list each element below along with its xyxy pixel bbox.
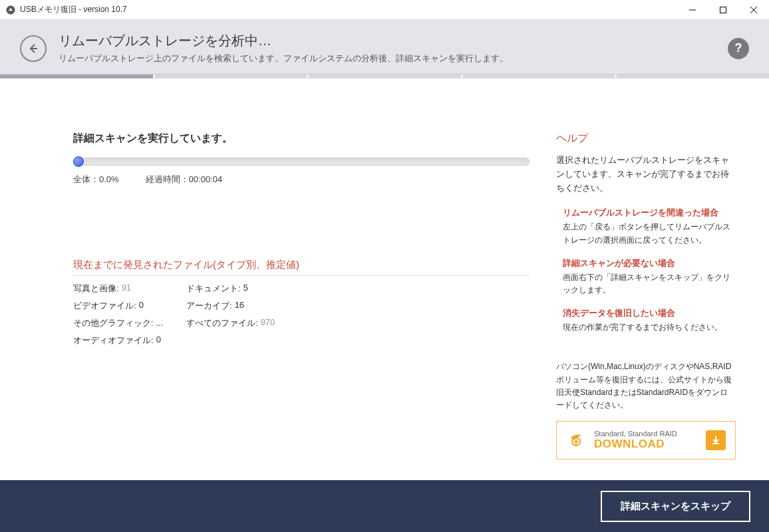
divider xyxy=(73,275,530,276)
svg-rect-2 xyxy=(720,7,726,13)
photos-row: 写真と画像: 91 xyxy=(73,283,180,295)
download-title: DOWNLOAD xyxy=(594,438,698,451)
step-2 xyxy=(154,74,307,78)
minimize-button[interactable] xyxy=(677,0,708,19)
skip-scan-button[interactable]: 詳細スキャンをスキップ xyxy=(601,491,750,522)
step-5 xyxy=(615,74,769,78)
page-header: リムーバブルストレージを分析中… リムーバブルストレージ上のファイルを検索してい… xyxy=(0,20,769,74)
progress-track xyxy=(73,158,530,166)
download-text: Standard, Standard RAID DOWNLOAD xyxy=(594,430,698,451)
help-intro: 選択されたリムーバブルストレージをスキャンしています。スキャンが完了するまでお待… xyxy=(556,154,736,195)
header-text: リムーバブルストレージを分析中… リムーバブルストレージ上のファイルを検索してい… xyxy=(59,32,716,65)
close-button[interactable] xyxy=(738,0,769,19)
docs-row: ドキュメント: 5 xyxy=(186,283,530,295)
files-grid: 写真と画像: 91 ドキュメント: 5 ビデオファイル: 0 アーカイブ: 16… xyxy=(73,283,530,346)
audio-row: オーディオファイル: 0 xyxy=(73,334,180,346)
window-controls xyxy=(677,0,769,19)
maximize-button[interactable] xyxy=(708,0,738,19)
promo-text: パソコン(Win,Mac,Linux)のディスクやNAS,RAIDボリューム等を… xyxy=(556,360,736,412)
window-title: USBメモリ復旧 - version 10.7 xyxy=(20,4,677,15)
help-section-3-body: 現在の作業が完了するまでお待ちください。 xyxy=(556,321,736,334)
page-subtitle: リムーバブルストレージ上のファイルを検索しています。ファイルシステムの分析後、詳… xyxy=(59,53,716,65)
download-subtitle: Standard, Standard RAID xyxy=(594,430,698,438)
main-panel: 詳細スキャンを実行しています。 全体：0.0% 経過時間：00:00:04 現在… xyxy=(73,132,530,460)
scan-progress xyxy=(73,158,530,166)
help-panel: ヘルプ 選択されたリムーバブルストレージをスキャンしています。スキャンが完了する… xyxy=(556,132,736,460)
help-section-2-body: 画面右下の「詳細スキャンをスキップ」をクリックします。 xyxy=(556,271,736,297)
footer-bar: 詳細スキャンをスキップ xyxy=(0,480,769,532)
help-section-3-title: 消失データを復旧したい場合 xyxy=(556,307,736,319)
step-1 xyxy=(0,74,154,78)
help-section-2-title: 詳細スキャンが必要ない場合 xyxy=(556,257,736,269)
help-section-1-title: リムーバブルストレージを間違った場合 xyxy=(556,207,736,219)
help-title: ヘルプ xyxy=(556,132,736,146)
content-area: 詳細スキャンを実行しています。 全体：0.0% 経過時間：00:00:04 現在… xyxy=(0,78,769,480)
progress-thumb xyxy=(73,156,84,167)
progress-stats: 全体：0.0% 経過時間：00:00:04 xyxy=(73,174,530,186)
step-progress-bar xyxy=(0,74,769,78)
wing-icon xyxy=(566,430,586,450)
video-row: ビデオファイル: 0 xyxy=(73,300,180,312)
page-title: リムーバブルストレージを分析中… xyxy=(59,32,716,50)
overall-progress: 全体：0.0% xyxy=(73,174,119,186)
found-files-title: 現在までに発見されたファイル(タイプ別、推定値) xyxy=(73,259,530,271)
download-button[interactable]: Standard, Standard RAID DOWNLOAD xyxy=(556,421,736,460)
step-4 xyxy=(462,74,615,78)
app-icon xyxy=(5,5,16,15)
arrow-left-icon xyxy=(27,43,39,55)
all-files-row: すべてのファイル: 970 xyxy=(186,317,530,329)
archive-row: アーカイブ: 16 xyxy=(186,300,530,312)
download-arrow-icon xyxy=(706,430,726,450)
help-button[interactable]: ? xyxy=(728,38,749,59)
title-bar: USBメモリ復旧 - version 10.7 xyxy=(0,0,769,20)
elapsed-time: 経過時間：00:00:04 xyxy=(146,174,223,186)
back-button[interactable] xyxy=(20,35,47,62)
scan-status-title: 詳細スキャンを実行しています。 xyxy=(73,132,530,146)
step-3 xyxy=(307,74,461,78)
question-icon: ? xyxy=(735,41,742,55)
other-graphics-row: その他グラフィック: ... xyxy=(73,317,180,329)
help-section-1-body: 左上の「戻る」ボタンを押してリムーバブルストレージの選択画面に戻ってください。 xyxy=(556,221,736,246)
